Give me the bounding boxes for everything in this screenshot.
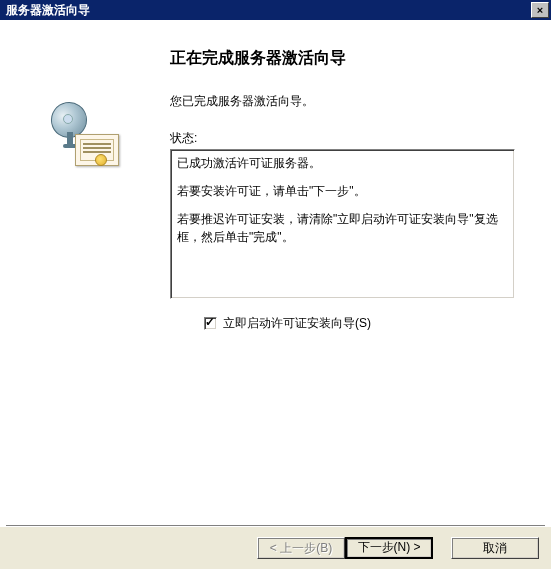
start-install-checkbox[interactable] [204,317,217,330]
main-area: 正在完成服务器激活向导 您已完成服务器激活向导。 状态: 已成功激活许可证服务器… [0,20,551,525]
status-label: 状态: [170,130,523,147]
status-line: 若要推迟许可证安装，请清除"立即启动许可证安装向导"复选框，然后单击"完成"。 [177,210,508,246]
button-bar: < 上一步(B) 下一步(N) > 取消 [0,527,551,569]
status-line: 已成功激活许可证服务器。 [177,154,508,172]
checkbox-label: 立即启动许可证安装向导(S) [223,315,371,332]
status-textbox: 已成功激活许可证服务器。 若要安装许可证，请单击"下一步"。 若要推迟许可证安装… [170,149,515,299]
wizard-body: 正在完成服务器激活向导 您已完成服务器激活向导。 状态: 已成功激活许可证服务器… [170,20,551,525]
back-button: < 上一步(B) [257,537,345,559]
page-heading: 正在完成服务器激活向导 [170,48,523,69]
wizard-graphic-icon [45,100,125,170]
title-bar: 服务器激活向导 × [0,0,551,20]
checkbox-row: 立即启动许可证安装向导(S) [204,315,523,332]
graphic-panel [0,20,170,525]
next-button[interactable]: 下一步(N) > [345,537,433,559]
status-line: 若要安装许可证，请单击"下一步"。 [177,182,508,200]
window-title: 服务器激活向导 [6,2,531,19]
completion-message: 您已完成服务器激活向导。 [170,93,523,110]
wizard-content: 正在完成服务器激活向导 您已完成服务器激活向导。 状态: 已成功激活许可证服务器… [0,20,551,569]
cancel-button[interactable]: 取消 [451,537,539,559]
close-button[interactable]: × [531,2,549,18]
